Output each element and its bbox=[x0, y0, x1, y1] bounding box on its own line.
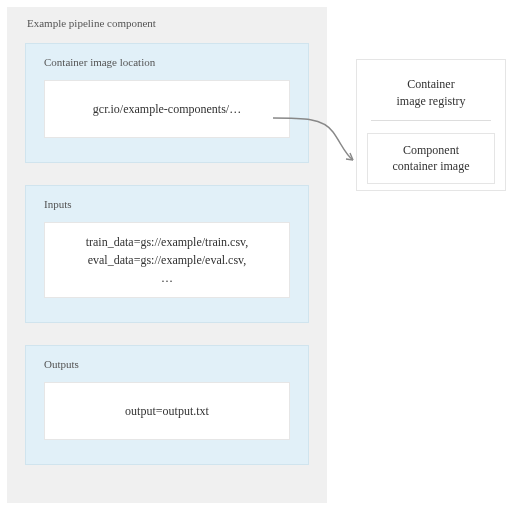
section-title: Outputs bbox=[44, 358, 290, 370]
registry-inner-line: Component bbox=[403, 143, 459, 157]
section-container-image-location: Container image location gcr.io/example-… bbox=[25, 43, 309, 163]
pipeline-component-panel: Example pipeline component Container ima… bbox=[7, 7, 327, 503]
registry-inner-line: container image bbox=[393, 159, 470, 173]
section-content: gcr.io/example-components/… bbox=[44, 80, 290, 138]
registry-title-line: Container bbox=[407, 77, 454, 91]
panel-title: Example pipeline component bbox=[27, 17, 309, 29]
content-line: output=output.txt bbox=[125, 402, 209, 420]
divider bbox=[371, 120, 491, 121]
section-title: Container image location bbox=[44, 56, 290, 68]
component-container-image-box: Component container image bbox=[367, 133, 495, 185]
registry-title-line: image registry bbox=[397, 94, 466, 108]
section-outputs: Outputs output=output.txt bbox=[25, 345, 309, 465]
content-line: … bbox=[161, 269, 173, 287]
content-line: eval_data=gs://example/eval.csv, bbox=[88, 251, 247, 269]
container-image-registry-panel: Container image registry Component conta… bbox=[356, 59, 506, 191]
content-line: train_data=gs://example/train.csv, bbox=[86, 233, 249, 251]
content-line: gcr.io/example-components/… bbox=[93, 100, 241, 118]
registry-title: Container image registry bbox=[367, 70, 495, 120]
section-title: Inputs bbox=[44, 198, 290, 210]
section-content: train_data=gs://example/train.csv, eval_… bbox=[44, 222, 290, 298]
section-content: output=output.txt bbox=[44, 382, 290, 440]
section-inputs: Inputs train_data=gs://example/train.csv… bbox=[25, 185, 309, 323]
